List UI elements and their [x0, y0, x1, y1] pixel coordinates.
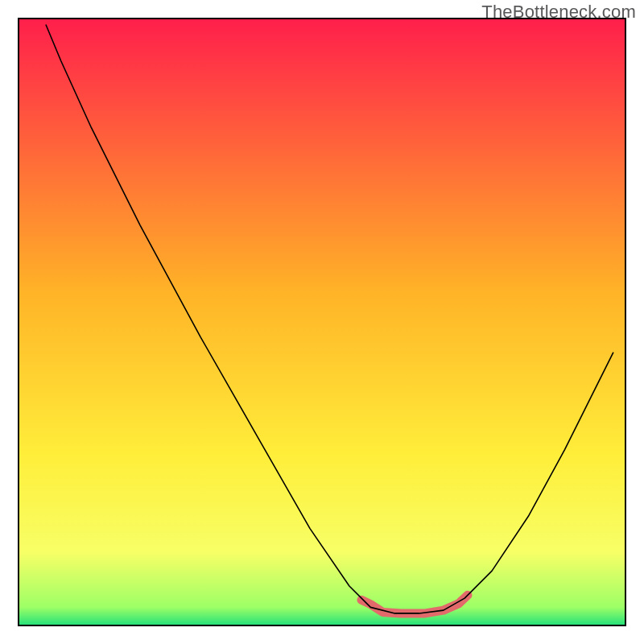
chart-frame: TheBottleneck.com	[0, 0, 644, 644]
gradient-background	[19, 19, 625, 625]
watermark-text: TheBottleneck.com	[481, 2, 636, 23]
bottleneck-chart	[0, 0, 644, 644]
